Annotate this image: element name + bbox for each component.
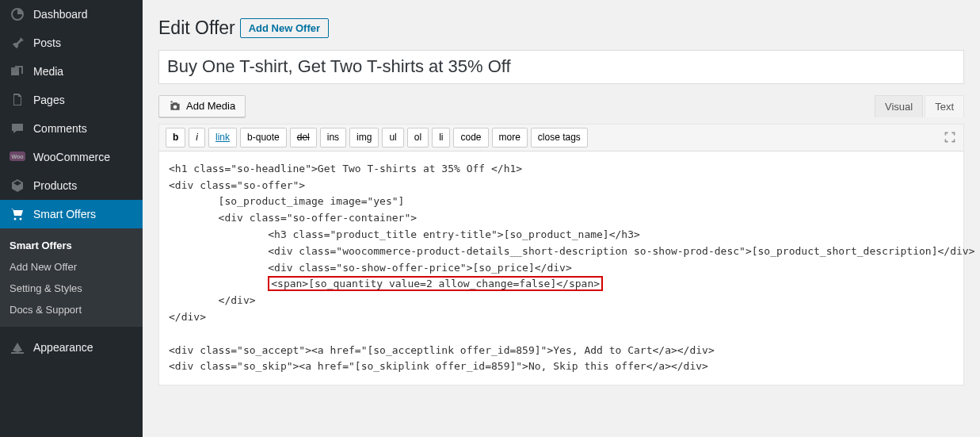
page-heading: Edit Offer [158, 17, 235, 39]
add-media-button[interactable]: Add Media [158, 95, 246, 117]
media-icon [10, 63, 25, 79]
sidebar-item-products[interactable]: Products [0, 171, 143, 200]
dashboard-icon [10, 6, 25, 22]
qt-close-tags[interactable]: close tags [531, 128, 588, 148]
sidebar-item-label: Dashboard [33, 8, 88, 21]
submenu-add-new-offer[interactable]: Add New Offer [0, 256, 143, 278]
main-content: Edit Offer Add New Offer Add Media Visua… [143, 0, 980, 437]
submenu-setting-styles[interactable]: Setting & Styles [0, 278, 143, 299]
sidebar-item-dashboard[interactable]: Dashboard [0, 0, 143, 29]
quicktags-toolbar: b i link b-quote del ins img ul ol li co… [159, 125, 963, 151]
comments-icon [10, 121, 25, 136]
sidebar-item-label: Products [33, 179, 77, 193]
woo-icon: Woo [10, 149, 25, 165]
qt-italic[interactable]: i [189, 128, 205, 148]
qt-bold[interactable]: b [166, 128, 185, 148]
sidebar-item-pages[interactable]: Pages [0, 86, 143, 114]
svg-text:Woo: Woo [11, 154, 23, 159]
qt-ul[interactable]: ul [382, 128, 403, 148]
pages-icon [10, 92, 25, 108]
add-media-label: Add Media [186, 100, 235, 112]
add-new-offer-button[interactable]: Add New Offer [240, 18, 329, 38]
sidebar-item-label: Media [33, 65, 63, 79]
sidebar-item-label: Comments [33, 122, 87, 136]
qt-ol[interactable]: ol [407, 128, 429, 148]
qt-li[interactable]: li [432, 128, 450, 148]
highlighted-shortcode: <span>[so_quantity value=2 allow_change=… [268, 276, 603, 291]
editor-container: b i link b-quote del ins img ul ol li co… [158, 124, 964, 386]
sidebar-item-comments[interactable]: Comments [0, 114, 143, 143]
sidebar-item-label: WooCommerce [33, 151, 110, 164]
sidebar-item-smart-offers[interactable]: Smart Offers [0, 200, 143, 228]
sidebar-item-appearance[interactable]: Appearance [0, 333, 143, 362]
tab-visual[interactable]: Visual [875, 95, 923, 117]
qt-code[interactable]: code [453, 128, 488, 148]
submenu-smart-offers[interactable]: Smart Offers [0, 235, 143, 256]
svg-point-0 [13, 70, 14, 71]
products-icon [10, 178, 25, 194]
appearance-icon [10, 339, 25, 355]
qt-more[interactable]: more [492, 128, 528, 148]
submenu-docs-support[interactable]: Docs & Support [0, 299, 143, 320]
sidebar-item-label: Posts [33, 36, 61, 50]
sidebar-item-woocommerce[interactable]: Woo WooCommerce [0, 143, 143, 171]
cart-icon [10, 206, 25, 222]
admin-sidebar: Dashboard Posts Media Pages Comments Woo… [0, 0, 143, 437]
svg-point-4 [20, 218, 22, 220]
editor-tabs: Visual Text [875, 95, 964, 117]
fullscreen-icon[interactable] [943, 130, 957, 144]
qt-img[interactable]: img [349, 128, 379, 148]
qt-ins[interactable]: ins [320, 128, 346, 148]
qt-blockquote[interactable]: b-quote [240, 128, 287, 148]
sidebar-item-label: Smart Offers [33, 208, 96, 221]
sidebar-item-label: Appearance [33, 341, 93, 355]
qt-link[interactable]: link [208, 128, 237, 148]
camera-icon [169, 100, 181, 113]
tab-text[interactable]: Text [925, 95, 964, 117]
sidebar-item-posts[interactable]: Posts [0, 29, 143, 57]
editor-textarea[interactable]: <h1 class="so-headline">Get Two T-shirts… [159, 151, 963, 385]
offer-title-input[interactable] [158, 50, 964, 84]
qt-del[interactable]: del [290, 128, 317, 148]
sidebar-submenu: Smart Offers Add New Offer Setting & Sty… [0, 228, 143, 327]
pin-icon [10, 35, 25, 51]
svg-point-3 [14, 218, 17, 220]
sidebar-item-media[interactable]: Media [0, 57, 143, 86]
sidebar-item-label: Pages [33, 94, 65, 107]
